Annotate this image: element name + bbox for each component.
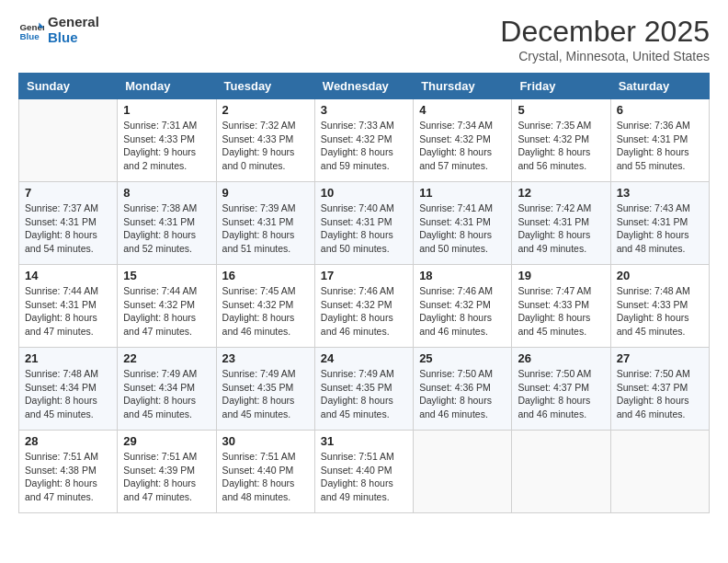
day-info: Sunrise: 7:38 AM Sunset: 4:31 PM Dayligh…	[123, 201, 210, 256]
day-info: Sunrise: 7:49 AM Sunset: 4:35 PM Dayligh…	[222, 367, 309, 421]
calendar-cell: 1Sunrise: 7:31 AM Sunset: 4:33 PM Daylig…	[118, 99, 216, 182]
day-info: Sunrise: 7:48 AM Sunset: 4:34 PM Dayligh…	[25, 367, 111, 421]
logo-general: General	[48, 15, 99, 30]
day-info: Sunrise: 7:39 AM Sunset: 4:31 PM Dayligh…	[222, 201, 309, 256]
calendar-cell: 4Sunrise: 7:34 AM Sunset: 4:32 PM Daylig…	[414, 99, 512, 182]
day-number: 7	[25, 186, 111, 200]
calendar-cell	[610, 431, 709, 513]
calendar-cell: 22Sunrise: 7:49 AM Sunset: 4:34 PM Dayli…	[118, 348, 216, 431]
day-info: Sunrise: 7:51 AM Sunset: 4:40 PM Dayligh…	[321, 450, 407, 504]
day-header-wednesday: Wednesday	[314, 74, 413, 99]
day-number: 4	[419, 103, 506, 117]
logo: General Blue General Blue	[18, 15, 99, 45]
calendar-cell: 21Sunrise: 7:48 AM Sunset: 4:34 PM Dayli…	[19, 348, 118, 431]
calendar-cell: 6Sunrise: 7:36 AM Sunset: 4:31 PM Daylig…	[610, 99, 709, 182]
day-header-thursday: Thursday	[414, 74, 512, 99]
day-number: 12	[518, 186, 604, 200]
day-number: 21	[25, 351, 111, 365]
day-info: Sunrise: 7:49 AM Sunset: 4:35 PM Dayligh…	[321, 367, 407, 421]
day-number: 19	[518, 269, 604, 282]
day-number: 27	[617, 351, 703, 365]
day-number: 29	[123, 434, 210, 448]
calendar-cell: 30Sunrise: 7:51 AM Sunset: 4:40 PM Dayli…	[216, 431, 314, 513]
page-header: General Blue General Blue December 2025 …	[18, 15, 710, 63]
day-header-monday: Monday	[118, 74, 216, 99]
calendar-cell	[19, 99, 118, 182]
calendar-week-4: 21Sunrise: 7:48 AM Sunset: 4:34 PM Dayli…	[19, 348, 710, 431]
day-info: Sunrise: 7:32 AM Sunset: 4:33 PM Dayligh…	[222, 119, 309, 173]
calendar-cell: 28Sunrise: 7:51 AM Sunset: 4:38 PM Dayli…	[19, 431, 118, 513]
day-info: Sunrise: 7:45 AM Sunset: 4:32 PM Dayligh…	[222, 284, 309, 339]
calendar-cell: 10Sunrise: 7:40 AM Sunset: 4:31 PM Dayli…	[314, 182, 413, 265]
month-title: December 2025	[500, 15, 710, 49]
day-info: Sunrise: 7:44 AM Sunset: 4:32 PM Dayligh…	[123, 284, 210, 339]
day-info: Sunrise: 7:46 AM Sunset: 4:32 PM Dayligh…	[419, 284, 506, 339]
day-info: Sunrise: 7:49 AM Sunset: 4:34 PM Dayligh…	[123, 367, 210, 421]
calendar-table: SundayMondayTuesdayWednesdayThursdayFrid…	[18, 73, 710, 513]
calendar-cell: 23Sunrise: 7:49 AM Sunset: 4:35 PM Dayli…	[216, 348, 314, 431]
day-info: Sunrise: 7:51 AM Sunset: 4:38 PM Dayligh…	[25, 450, 111, 504]
day-number: 5	[518, 103, 604, 117]
calendar-body: 1Sunrise: 7:31 AM Sunset: 4:33 PM Daylig…	[19, 99, 710, 513]
svg-text:Blue: Blue	[19, 30, 40, 40]
day-info: Sunrise: 7:37 AM Sunset: 4:31 PM Dayligh…	[25, 201, 111, 256]
calendar-cell: 29Sunrise: 7:51 AM Sunset: 4:39 PM Dayli…	[118, 431, 216, 513]
calendar-cell: 2Sunrise: 7:32 AM Sunset: 4:33 PM Daylig…	[216, 99, 314, 182]
day-number: 20	[617, 269, 703, 282]
calendar-week-5: 28Sunrise: 7:51 AM Sunset: 4:38 PM Dayli…	[19, 431, 710, 513]
calendar-week-1: 1Sunrise: 7:31 AM Sunset: 4:33 PM Daylig…	[19, 99, 710, 182]
calendar-cell	[512, 431, 610, 513]
location: Crystal, Minnesota, United States	[500, 49, 710, 63]
calendar-cell: 8Sunrise: 7:38 AM Sunset: 4:31 PM Daylig…	[118, 182, 216, 265]
calendar-cell: 14Sunrise: 7:44 AM Sunset: 4:31 PM Dayli…	[19, 265, 118, 348]
day-number: 31	[321, 434, 407, 448]
day-header-friday: Friday	[512, 74, 610, 99]
day-header-saturday: Saturday	[610, 74, 709, 99]
calendar-cell: 25Sunrise: 7:50 AM Sunset: 4:36 PM Dayli…	[414, 348, 512, 431]
day-number: 6	[617, 103, 703, 117]
calendar-cell: 13Sunrise: 7:43 AM Sunset: 4:31 PM Dayli…	[610, 182, 709, 265]
day-number: 17	[321, 269, 407, 282]
day-info: Sunrise: 7:46 AM Sunset: 4:32 PM Dayligh…	[321, 284, 407, 339]
day-info: Sunrise: 7:44 AM Sunset: 4:31 PM Dayligh…	[25, 284, 111, 339]
day-info: Sunrise: 7:50 AM Sunset: 4:37 PM Dayligh…	[518, 367, 604, 421]
day-number: 14	[25, 269, 111, 282]
calendar-cell: 18Sunrise: 7:46 AM Sunset: 4:32 PM Dayli…	[414, 265, 512, 348]
calendar-cell: 27Sunrise: 7:50 AM Sunset: 4:37 PM Dayli…	[610, 348, 709, 431]
day-number: 13	[617, 186, 703, 200]
calendar-header: SundayMondayTuesdayWednesdayThursdayFrid…	[19, 74, 710, 99]
day-info: Sunrise: 7:51 AM Sunset: 4:40 PM Dayligh…	[222, 450, 309, 504]
day-info: Sunrise: 7:42 AM Sunset: 4:31 PM Dayligh…	[518, 201, 604, 256]
calendar-week-2: 7Sunrise: 7:37 AM Sunset: 4:31 PM Daylig…	[19, 182, 710, 265]
day-info: Sunrise: 7:51 AM Sunset: 4:39 PM Dayligh…	[123, 450, 210, 504]
calendar-cell: 3Sunrise: 7:33 AM Sunset: 4:32 PM Daylig…	[314, 99, 413, 182]
calendar-cell: 20Sunrise: 7:48 AM Sunset: 4:33 PM Dayli…	[610, 265, 709, 348]
day-info: Sunrise: 7:48 AM Sunset: 4:33 PM Dayligh…	[617, 284, 703, 339]
day-info: Sunrise: 7:33 AM Sunset: 4:32 PM Dayligh…	[321, 119, 407, 173]
day-info: Sunrise: 7:41 AM Sunset: 4:31 PM Dayligh…	[419, 201, 506, 256]
day-number: 9	[222, 186, 309, 200]
day-number: 2	[222, 103, 309, 117]
day-number: 28	[25, 434, 111, 448]
calendar-cell: 31Sunrise: 7:51 AM Sunset: 4:40 PM Dayli…	[314, 431, 413, 513]
day-number: 1	[123, 103, 210, 117]
day-number: 23	[222, 351, 309, 365]
calendar-cell: 15Sunrise: 7:44 AM Sunset: 4:32 PM Dayli…	[118, 265, 216, 348]
calendar-cell: 11Sunrise: 7:41 AM Sunset: 4:31 PM Dayli…	[414, 182, 512, 265]
day-info: Sunrise: 7:31 AM Sunset: 4:33 PM Dayligh…	[123, 119, 210, 173]
day-number: 15	[123, 269, 210, 282]
day-number: 30	[222, 434, 309, 448]
day-number: 8	[123, 186, 210, 200]
calendar-cell: 19Sunrise: 7:47 AM Sunset: 4:33 PM Dayli…	[512, 265, 610, 348]
day-number: 22	[123, 351, 210, 365]
day-number: 26	[518, 351, 604, 365]
day-number: 10	[321, 186, 407, 200]
day-info: Sunrise: 7:34 AM Sunset: 4:32 PM Dayligh…	[419, 119, 506, 173]
calendar-cell: 17Sunrise: 7:46 AM Sunset: 4:32 PM Dayli…	[314, 265, 413, 348]
calendar-cell: 16Sunrise: 7:45 AM Sunset: 4:32 PM Dayli…	[216, 265, 314, 348]
calendar-cell: 5Sunrise: 7:35 AM Sunset: 4:32 PM Daylig…	[512, 99, 610, 182]
day-info: Sunrise: 7:43 AM Sunset: 4:31 PM Dayligh…	[617, 201, 703, 256]
day-info: Sunrise: 7:50 AM Sunset: 4:36 PM Dayligh…	[419, 367, 506, 421]
day-number: 16	[222, 269, 309, 282]
day-info: Sunrise: 7:47 AM Sunset: 4:33 PM Dayligh…	[518, 284, 604, 339]
